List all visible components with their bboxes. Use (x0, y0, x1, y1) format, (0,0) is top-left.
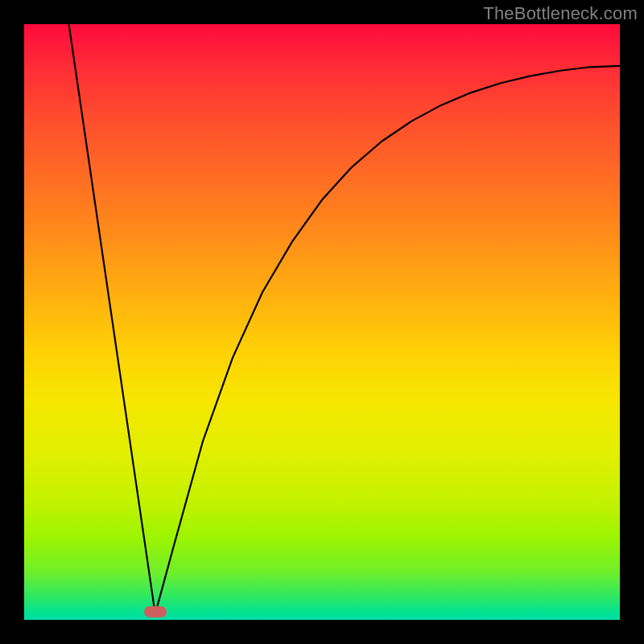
plot-area (24, 24, 620, 620)
watermark-text: TheBottleneck.com (483, 3, 638, 24)
curve-svg (24, 24, 620, 620)
bottleneck-curve (69, 24, 621, 614)
chart-frame: TheBottleneck.com (0, 0, 644, 644)
touch-point-marker (144, 606, 167, 617)
